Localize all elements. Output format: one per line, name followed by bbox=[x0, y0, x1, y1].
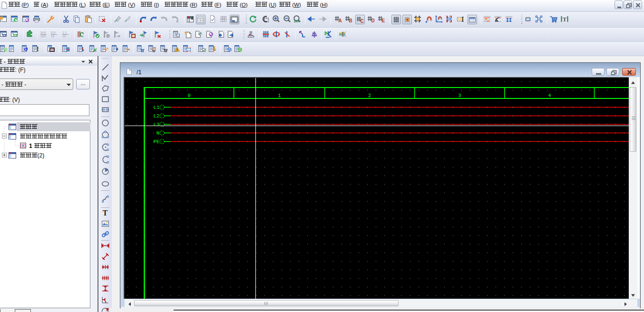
svg-text:0 0: 0 0 bbox=[51, 31, 55, 34]
svg-text:T: T bbox=[103, 209, 108, 217]
svg-text:B: B bbox=[349, 18, 352, 23]
svg-text:12: 12 bbox=[51, 34, 55, 38]
svg-text:12: 12 bbox=[62, 34, 66, 38]
svg-text:D: D bbox=[371, 18, 375, 23]
svg-text:100: 100 bbox=[294, 20, 299, 23]
svg-text:123: 123 bbox=[458, 18, 463, 21]
svg-text:3+0: 3+0 bbox=[40, 31, 46, 34]
svg-text:123: 123 bbox=[40, 34, 46, 38]
svg-text:A: A bbox=[339, 18, 342, 23]
svg-text:T: T bbox=[563, 16, 566, 23]
svg-text:C: C bbox=[361, 19, 364, 24]
svg-text:1 1: 1 1 bbox=[62, 31, 67, 34]
svg-text:E: E bbox=[382, 18, 385, 23]
